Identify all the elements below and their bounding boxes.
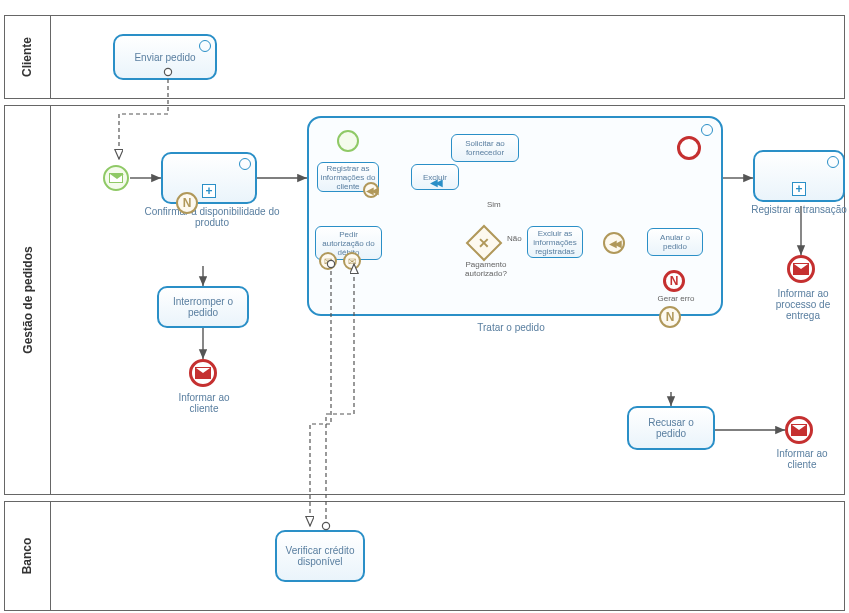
compensation-throw-event: ◀◀ <box>603 232 625 254</box>
task-enviar-pedido: Enviar pedido <box>113 34 217 80</box>
task-label: Interromper o pedido <box>163 296 243 318</box>
task-label: Verificar crédito disponível <box>281 545 359 567</box>
label-confirmar-disp: Confirmar a disponibilidade do produto <box>137 206 287 228</box>
pool-cliente: Cliente Enviar pedido <box>4 15 845 99</box>
error-icon: N <box>666 310 675 324</box>
non-interrupting-icon <box>827 156 839 168</box>
subprocess-confirmar-disponibilidade: + <box>161 152 257 204</box>
task-interromper-pedido: Interromper o pedido <box>157 286 249 328</box>
boundary-event-loop: ✉ <box>319 252 337 270</box>
label-tratar-pedido: Tratar o pedido <box>451 322 571 333</box>
lane-banco: Verificar crédito disponível <box>51 502 844 610</box>
task-label: Solicitar ao fornecedor <box>454 139 516 157</box>
non-interrupting-icon <box>199 40 211 52</box>
task-label: Excluir as informações registradas <box>530 229 580 256</box>
start-event-none <box>337 130 359 152</box>
end-message-event-informar-entrega <box>787 255 815 283</box>
pool-gestao: Gestão de pedidos <box>4 105 845 495</box>
error-icon: N <box>183 196 192 210</box>
error-icon: N <box>670 274 679 288</box>
task-anular-pedido: Anular o pedido <box>647 228 703 256</box>
envelope-icon <box>195 367 211 379</box>
task-label: Anular o pedido <box>650 233 700 251</box>
envelope-icon <box>793 263 809 275</box>
task-label: Recusar o pedido <box>633 417 709 439</box>
label-pagamento-autorizado: Pagamento autorizado? <box>455 260 517 278</box>
non-interrupting-icon <box>239 158 251 170</box>
rewind-icon: ◀◀ <box>366 185 376 196</box>
task-verificar-credito: Verificar crédito disponível <box>275 530 365 582</box>
start-message-event <box>103 165 129 191</box>
compensation-marker: ◀◀ <box>363 182 379 198</box>
end-error-event-gerar-erro: N <box>663 270 685 292</box>
expand-icon: + <box>202 184 216 198</box>
end-event-none <box>677 136 701 160</box>
label-informar-cliente: Informar ao cliente <box>169 392 239 414</box>
label-informar-cliente2: Informar ao cliente <box>767 448 837 470</box>
non-interrupting-icon <box>701 124 713 136</box>
task-excluir-compensation: Excluir ◀◀ <box>411 164 459 190</box>
envelope-icon: ✉ <box>348 256 356 267</box>
rewind-icon: ◀◀ <box>430 177 440 188</box>
label-sim: Sim <box>487 200 501 209</box>
lane-cliente: Enviar pedido <box>51 16 844 98</box>
boundary-event-msg: ✉ <box>343 252 361 270</box>
label-informar-entrega: Informar ao processo de entrega <box>763 288 843 321</box>
task-recusar-pedido: Recusar o pedido <box>627 406 715 450</box>
task-excluir-info: Excluir as informações registradas <box>527 226 583 258</box>
label-nao: Não <box>507 234 522 243</box>
envelope-icon: ✉ <box>324 256 332 267</box>
pool-label-cliente: Cliente <box>5 16 51 98</box>
label-registrar-tx: Registrar a transação <box>743 204 849 215</box>
pool-banco: Banco Verificar crédito disponível <box>4 501 845 611</box>
rewind-icon: ◀◀ <box>609 238 619 249</box>
subprocess-registrar-transacao: + <box>753 150 845 202</box>
task-solicitar-fornecedor: Solicitar ao fornecedor <box>451 134 519 162</box>
gateway-x-icon: ✕ <box>478 235 490 251</box>
task-label: Enviar pedido <box>134 52 195 63</box>
envelope-icon <box>791 424 807 436</box>
end-message-event-informar-cliente2 <box>785 416 813 444</box>
lane-gestao: + Confirmar a disponibilidade do produto… <box>51 106 844 494</box>
label-gerar-erro: Gerar erro <box>649 294 703 303</box>
boundary-error-tratar: N <box>659 306 681 328</box>
expand-icon: + <box>792 182 806 196</box>
pool-label-banco: Banco <box>5 502 51 610</box>
end-message-event-informar-cliente <box>189 359 217 387</box>
pool-label-gestao: Gestão de pedidos <box>5 106 51 494</box>
boundary-error-event: N <box>176 192 198 214</box>
envelope-icon <box>109 173 123 183</box>
